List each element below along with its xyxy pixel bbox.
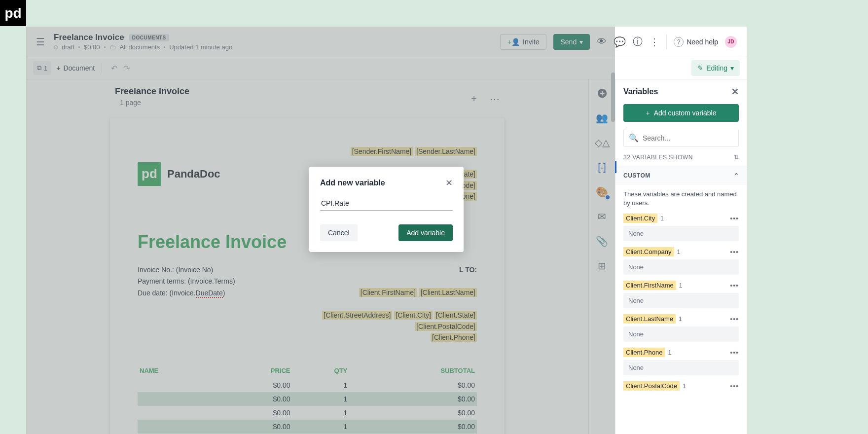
search-input[interactable]: [643, 134, 733, 142]
need-help-label: Need help: [687, 38, 718, 46]
group-desc: These variables are created and named by…: [615, 185, 747, 211]
var-more-icon[interactable]: •••: [730, 248, 739, 256]
need-help-button[interactable]: ? Need help: [674, 37, 718, 47]
var-value[interactable]: None: [623, 226, 739, 241]
var-count: 1: [679, 316, 682, 323]
variables-panel: Variables ✕ + Add custom variable 🔍 32 V…: [615, 79, 747, 434]
var-name: Client.City: [623, 214, 657, 223]
add-variable-button[interactable]: + Add custom variable: [623, 104, 739, 122]
var-name: Client.FirstName: [623, 281, 676, 290]
close-icon[interactable]: ✕: [445, 178, 453, 188]
modal-title: Add new variable: [320, 179, 385, 187]
variable-item[interactable]: Client.Phone1•••None: [615, 345, 747, 378]
var-more-icon[interactable]: •••: [730, 349, 739, 357]
chevron-up-icon: ⌃: [734, 172, 739, 179]
var-name: Client.Phone: [623, 348, 665, 357]
var-more-icon[interactable]: •••: [730, 282, 739, 289]
close-icon[interactable]: ✕: [731, 86, 739, 97]
var-more-icon[interactable]: •••: [730, 215, 739, 222]
caret-down-icon: ▾: [730, 64, 734, 72]
variable-item[interactable]: Client.Company1•••None: [615, 244, 747, 278]
logo-text: pd: [4, 5, 21, 21]
info-icon[interactable]: ⓘ: [633, 35, 643, 48]
editing-mode-button[interactable]: ✎ Editing ▾: [691, 60, 740, 76]
shown-count: 32 VARIABLES SHOWN: [623, 154, 693, 161]
var-name: Client.Company: [623, 247, 674, 256]
search-input-wrap[interactable]: 🔍: [623, 129, 739, 147]
var-value[interactable]: None: [623, 259, 739, 275]
avatar[interactable]: JD: [725, 36, 737, 48]
more-v-icon[interactable]: ⋮: [650, 36, 659, 48]
help-icon: ?: [674, 37, 684, 47]
group-header[interactable]: CUSTOM ⌃: [615, 166, 747, 185]
app-logo: pd: [0, 0, 26, 26]
sort-icon[interactable]: ⇅: [734, 154, 739, 161]
var-value[interactable]: None: [623, 326, 739, 342]
var-count: 1: [677, 249, 681, 255]
pencil-icon: ✎: [697, 64, 703, 72]
variable-name-input[interactable]: [320, 196, 453, 211]
var-name: Client.LastName: [623, 314, 676, 324]
var-count: 1: [660, 215, 664, 222]
cancel-button[interactable]: Cancel: [320, 224, 358, 241]
add-variable-submit-button[interactable]: Add variable: [398, 224, 453, 241]
var-more-icon[interactable]: •••: [730, 315, 739, 323]
var-count: 1: [679, 282, 683, 289]
group-name: CUSTOM: [623, 172, 651, 179]
var-value[interactable]: None: [623, 293, 739, 308]
add-variable-modal: Add new variable ✕ Cancel Add variable: [309, 167, 464, 252]
plus-icon: +: [646, 109, 650, 117]
add-var-label: Add custom variable: [654, 109, 717, 117]
var-value[interactable]: None: [623, 360, 739, 375]
vars-title: Variables: [623, 87, 658, 96]
editing-label: Editing: [706, 64, 727, 72]
variable-item[interactable]: Client.LastName1•••None: [615, 311, 747, 345]
comment-icon[interactable]: 💬: [614, 36, 626, 48]
avatar-initials: JD: [728, 39, 734, 44]
var-count: 1: [668, 349, 671, 356]
variable-item[interactable]: Client.PostalCode1•••: [615, 378, 747, 394]
var-more-icon[interactable]: •••: [730, 382, 739, 390]
var-name: Client.PostalCode: [623, 381, 680, 391]
variable-item[interactable]: Client.FirstName1•••None: [615, 278, 747, 311]
search-icon: 🔍: [629, 133, 639, 143]
variable-item[interactable]: Client.City1•••None: [615, 211, 747, 244]
var-count: 1: [683, 383, 686, 390]
